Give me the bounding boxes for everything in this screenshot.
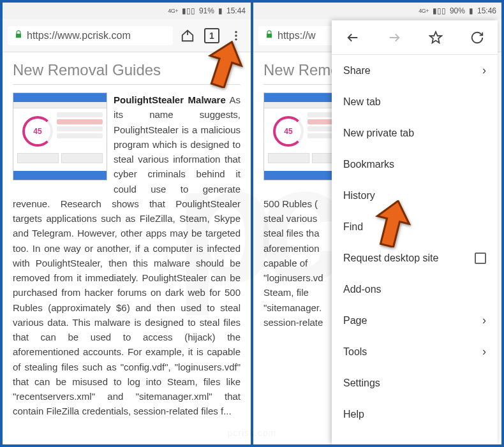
page-content: New Removal Guides 45 PoulightStealer [3, 52, 251, 444]
net-indicator: 4G+ [419, 8, 429, 14]
menu-item-bookmarks[interactable]: Bookmarks [332, 149, 498, 180]
menu-item-label: Help [343, 409, 364, 420]
menu-item-label: Add-ons [343, 284, 382, 295]
menu-item-label: New tab [343, 96, 381, 108]
status-bar: 4G+ ▮▯▯ 91% ▮ 15:44 [3, 3, 251, 19]
battery-icon: ▮ [469, 6, 473, 15]
battery-percent: 91% [199, 6, 214, 15]
svg-point-1 [235, 34, 237, 36]
battery-percent: 90% [450, 6, 465, 15]
menu-icon[interactable] [226, 26, 246, 45]
lock-icon [265, 30, 274, 41]
checkbox-icon[interactable] [475, 253, 486, 264]
menu-item-page[interactable]: Page› [332, 305, 498, 336]
article-title: PoulightStealer Malware [114, 94, 226, 105]
url-field[interactable]: https://www.pcrisk.com [8, 26, 173, 45]
chevron-right-icon: › [482, 64, 486, 77]
left-screenshot: 4G+ ▮▯▯ 91% ▮ 15:44 https://www.pcrisk.c… [3, 3, 251, 444]
menu-item-label: Settings [343, 377, 380, 389]
chevron-right-icon: › [482, 314, 486, 327]
forward-icon [373, 20, 415, 54]
menu-item-share[interactable]: Share› [332, 55, 498, 86]
menu-item-history[interactable]: History [332, 180, 498, 211]
menu-item-label: Bookmarks [343, 159, 394, 170]
signal-icon: ▮▯▯ [182, 6, 195, 15]
section-heading: New Removal Guides [13, 61, 241, 85]
menu-item-new-tab[interactable]: New tab [332, 86, 498, 117]
menu-nav-row [332, 20, 498, 55]
svg-point-0 [235, 31, 237, 33]
right-screenshot: 4G+ ▮▯▯ 90% ▮ 15:46 https://w New Remo 4… [253, 3, 501, 444]
clock: 15:46 [477, 6, 496, 15]
url-text: https://www.pcrisk.com [27, 30, 131, 41]
tabs-button[interactable]: 1 [202, 26, 221, 45]
menu-item-label: Tools [343, 346, 367, 358]
menu-item-label: Request desktop site [343, 253, 438, 264]
menu-item-help[interactable]: Help [332, 399, 498, 430]
svg-point-2 [235, 38, 237, 40]
article: 45 PoulightStealer Malware As its name s… [13, 92, 241, 419]
address-bar: https://www.pcrisk.com 1 [3, 19, 251, 52]
gauge-icon: 45 [22, 116, 53, 147]
menu-item-label: Share [343, 65, 371, 77]
battery-icon: ▮ [218, 6, 223, 15]
menu-item-label: New private tab [343, 128, 414, 139]
gauge-icon: 45 [273, 116, 304, 147]
menu-item-tools[interactable]: Tools› [332, 336, 498, 367]
bookmark-star-icon[interactable] [415, 20, 456, 54]
article-thumbnail: 45 [13, 92, 107, 180]
refresh-icon[interactable] [456, 20, 498, 54]
menu-item-add-ons[interactable]: Add-ons [332, 274, 498, 305]
tab-count: 1 [204, 28, 219, 43]
status-bar: 4G+ ▮▯▯ 90% ▮ 15:46 [253, 3, 501, 19]
menu-item-new-private-tab[interactable]: New private tab [332, 117, 498, 149]
menu-item-label: Page [343, 315, 367, 326]
menu-item-request-desktop-site[interactable]: Request desktop site [332, 242, 498, 274]
menu-item-find[interactable]: Find [332, 211, 498, 242]
back-icon[interactable] [332, 20, 373, 54]
menu-item-settings[interactable]: Settings [332, 367, 498, 399]
url-text: https://w [278, 30, 316, 41]
lock-icon [14, 30, 23, 41]
signal-icon: ▮▯▯ [433, 6, 446, 15]
chevron-right-icon: › [482, 345, 486, 358]
home-icon[interactable] [178, 26, 197, 45]
browser-menu: Share›New tabNew private tabBookmarksHis… [332, 20, 498, 444]
menu-item-list: Share›New tabNew private tabBookmarksHis… [332, 55, 498, 444]
net-indicator: 4G+ [168, 8, 178, 14]
menu-item-label: History [343, 190, 375, 202]
menu-item-label: Find [343, 221, 363, 233]
clock: 15:44 [226, 6, 246, 15]
